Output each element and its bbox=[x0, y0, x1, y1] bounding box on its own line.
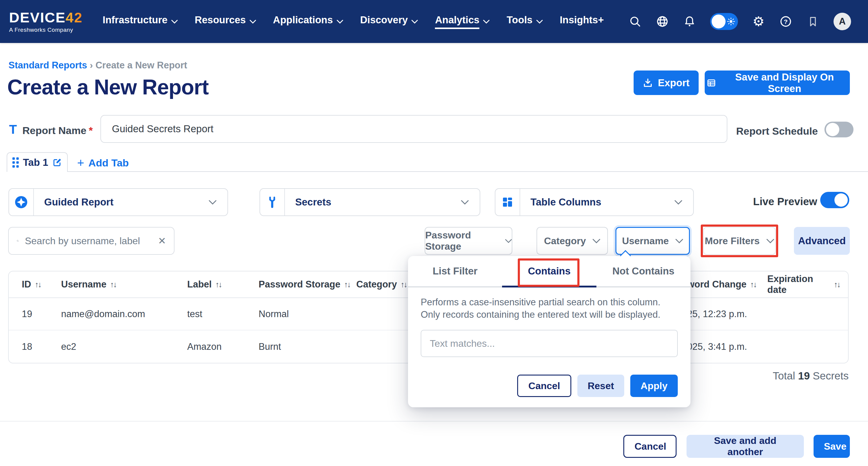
chevron-down-icon bbox=[766, 239, 774, 243]
filter-chip-username[interactable]: Username bbox=[616, 227, 690, 255]
save-and-display-button[interactable]: Save and Display On Screen bbox=[705, 70, 850, 95]
filter-chip-password-storage[interactable]: Password Storage bbox=[425, 227, 512, 255]
column-header-password-storage[interactable]: Password Storage↑↓ bbox=[258, 279, 356, 290]
svg-text:?: ? bbox=[784, 18, 788, 25]
search-input[interactable] bbox=[24, 235, 152, 247]
username-filter-popover: List Filter Contains Not Contains Perfor… bbox=[408, 256, 690, 407]
live-preview-toggle[interactable] bbox=[820, 192, 849, 208]
footer-cancel-button[interactable]: Cancel bbox=[623, 435, 677, 458]
column-header-id[interactable]: ID↑↓ bbox=[22, 279, 61, 290]
nav-insights[interactable]: Insights+ bbox=[560, 14, 604, 29]
chevron-down-icon bbox=[592, 239, 600, 243]
footer-save-button[interactable]: Save bbox=[813, 435, 850, 458]
table-columns-icon bbox=[495, 189, 520, 215]
main-menu: Infrastructure Resources Applications Di… bbox=[102, 14, 604, 29]
logo-subtitle: A Freshworks Company bbox=[9, 27, 83, 33]
tab-not-contains[interactable]: Not Contains bbox=[596, 256, 690, 286]
chevron-down-icon bbox=[171, 20, 178, 24]
avatar[interactable]: A bbox=[834, 13, 851, 30]
live-preview-label: Live Preview bbox=[753, 196, 817, 208]
column-header-password-change[interactable]: word Change↑↓ bbox=[687, 279, 767, 290]
sun-icon bbox=[727, 17, 735, 26]
object-dropdown[interactable]: Secrets bbox=[259, 188, 480, 216]
total-number: 19 bbox=[798, 370, 810, 382]
page-title: Create a New Report bbox=[7, 75, 209, 99]
chevron-down-icon bbox=[337, 20, 343, 24]
report-name-input[interactable] bbox=[100, 115, 727, 143]
tab-contains[interactable]: Contains bbox=[502, 256, 596, 286]
popover-cancel-button[interactable]: Cancel bbox=[517, 375, 571, 397]
edit-icon[interactable] bbox=[52, 158, 62, 167]
gear-icon[interactable]: ⚙ bbox=[752, 15, 765, 28]
popover-reset-button[interactable]: Reset bbox=[577, 375, 624, 397]
filter-chip-category[interactable]: Category bbox=[536, 227, 608, 255]
logo-text: DEVICE bbox=[9, 9, 66, 25]
breadcrumb-standard-reports[interactable]: Standard Reports bbox=[8, 60, 87, 70]
nav-infrastructure[interactable]: Infrastructure bbox=[102, 14, 178, 29]
theme-toggle-knob bbox=[712, 14, 725, 28]
column-header-expiration-date[interactable]: Expiration date↑↓ bbox=[767, 273, 840, 295]
download-icon bbox=[643, 78, 653, 88]
bookmark-icon[interactable] bbox=[806, 15, 819, 28]
theme-toggle[interactable] bbox=[710, 13, 738, 30]
nav-analytics[interactable]: Analytics bbox=[435, 14, 490, 29]
chevron-down-icon bbox=[675, 239, 683, 243]
nav-resources[interactable]: Resources bbox=[195, 14, 256, 29]
help-icon[interactable]: ? bbox=[779, 15, 793, 28]
search-box: ✕ bbox=[8, 227, 175, 255]
sort-icon[interactable]: ↑↓ bbox=[834, 280, 840, 289]
chevron-down-icon bbox=[249, 20, 256, 24]
column-header-label[interactable]: Label↑↓ bbox=[187, 279, 258, 290]
tab-row-divider bbox=[7, 171, 868, 172]
device42-logo[interactable]: DEVICE42 A Freshworks Company bbox=[9, 10, 83, 33]
nav-tools[interactable]: Tools bbox=[506, 14, 543, 29]
sort-icon[interactable]: ↑↓ bbox=[215, 280, 221, 289]
report-type-dropdown[interactable]: Guided Report bbox=[8, 188, 228, 216]
popover-actions: Cancel Reset Apply bbox=[517, 375, 678, 397]
add-tab-button[interactable]: + Add Tab bbox=[77, 156, 129, 170]
nav-applications[interactable]: Applications bbox=[273, 14, 343, 29]
logo-accent: 42 bbox=[66, 9, 83, 25]
required-asterisk: * bbox=[89, 125, 93, 136]
report-schedule-toggle[interactable] bbox=[825, 122, 854, 137]
guided-report-icon bbox=[9, 189, 34, 215]
popover-tabs: List Filter Contains Not Contains bbox=[408, 256, 690, 288]
column-header-username[interactable]: Username↑↓ bbox=[61, 279, 187, 290]
chevron-down-icon bbox=[675, 200, 682, 205]
top-nav: DEVICE42 A Freshworks Company Infrastruc… bbox=[0, 0, 868, 43]
popover-apply-button[interactable]: Apply bbox=[630, 375, 678, 397]
plus-icon: + bbox=[77, 156, 84, 170]
chevron-down-icon bbox=[536, 20, 543, 24]
tab-list-filter[interactable]: List Filter bbox=[408, 256, 502, 286]
toggle-knob bbox=[834, 193, 848, 207]
view-dropdown[interactable]: Table Columns bbox=[495, 188, 694, 216]
text-matches-input[interactable] bbox=[421, 330, 678, 357]
nav-discovery[interactable]: Discovery bbox=[360, 14, 418, 29]
sort-icon[interactable]: ↑↓ bbox=[35, 280, 41, 289]
chevron-down-icon bbox=[505, 239, 512, 243]
filter-chip-more-filters[interactable]: More Filters bbox=[703, 227, 776, 255]
clear-search-icon[interactable]: ✕ bbox=[158, 235, 166, 246]
footer-save-add-another-button[interactable]: Save and add another bbox=[686, 435, 804, 458]
drag-handle-icon[interactable] bbox=[12, 157, 19, 168]
sort-icon[interactable]: ↑↓ bbox=[750, 280, 756, 289]
contains-description: Performs a case-insensitive partial sear… bbox=[421, 296, 678, 321]
breadcrumb: Standard Reports › Create a New Report bbox=[8, 60, 187, 71]
breadcrumb-current: Create a New Report bbox=[96, 60, 187, 70]
search-icon bbox=[17, 236, 19, 246]
search-icon[interactable] bbox=[628, 15, 642, 28]
chevron-down-icon bbox=[411, 20, 418, 24]
globe-icon[interactable] bbox=[656, 15, 669, 28]
report-name-label: Report Name* bbox=[22, 125, 93, 137]
total-count: Total 19 Secrets bbox=[773, 370, 849, 382]
chevron-down-icon bbox=[461, 200, 469, 205]
sort-icon[interactable]: ↑↓ bbox=[110, 280, 116, 289]
bell-icon[interactable] bbox=[683, 15, 696, 28]
sort-icon[interactable]: ↑↓ bbox=[344, 280, 350, 289]
export-button[interactable]: Export bbox=[633, 70, 699, 95]
tab-1[interactable]: Tab 1 bbox=[7, 152, 68, 172]
advanced-button[interactable]: Advanced bbox=[794, 227, 850, 255]
sort-icon[interactable]: ↑↓ bbox=[400, 280, 406, 289]
text-format-icon: T bbox=[9, 122, 17, 137]
chevron-down-icon bbox=[483, 20, 490, 24]
